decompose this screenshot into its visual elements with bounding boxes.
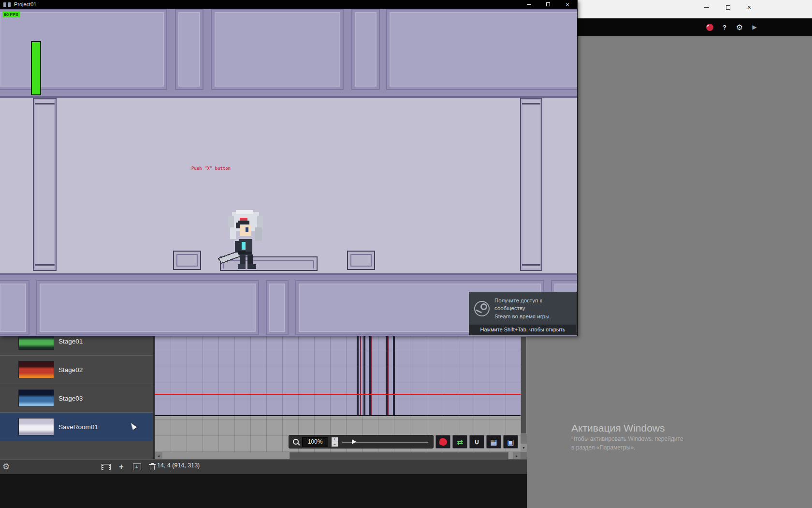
wall-panel bbox=[0, 9, 167, 90]
stage-label: Stage01 bbox=[58, 338, 83, 345]
game-window-controls: × bbox=[519, 0, 577, 9]
minimize-icon bbox=[704, 7, 709, 8]
grid-toggle-button[interactable]: ▦ bbox=[486, 435, 501, 448]
record-button[interactable] bbox=[705, 22, 714, 32]
stage-thumbnail bbox=[18, 389, 54, 407]
steam-notif-footer: Нажмите Shift+Tab, чтобы открыть bbox=[469, 325, 576, 335]
close-icon: × bbox=[747, 4, 751, 11]
game-titlebar[interactable]: Project01 × bbox=[0, 0, 577, 9]
zoom-decrease-button[interactable]: − bbox=[332, 442, 338, 447]
steam-notification-body: Получите доступ к сообществу Steam во вр… bbox=[469, 292, 576, 325]
crate-left bbox=[173, 251, 201, 270]
stage-row-stage01[interactable]: Stage01 bbox=[0, 336, 153, 356]
game-maximize-button[interactable] bbox=[538, 0, 558, 9]
stage-row-saveroom01[interactable]: SaveRoom01 bbox=[0, 413, 153, 441]
watermark-title: Активация Windows bbox=[571, 422, 683, 434]
steam-notif-line2: Steam во время игры. bbox=[494, 313, 571, 320]
game-window-title: Project01 bbox=[14, 1, 36, 7]
horizontal-scrollbar-thumb[interactable] bbox=[289, 452, 509, 460]
plus-icon: + bbox=[119, 463, 123, 471]
help-icon: ? bbox=[723, 24, 726, 31]
help-button[interactable]: ? bbox=[720, 22, 729, 32]
vertical-scrollbar[interactable]: ▼ bbox=[521, 336, 527, 452]
scroll-down-button[interactable]: ▼ bbox=[521, 444, 527, 452]
canvas-room-area bbox=[155, 336, 521, 415]
steam-notif-line1: Получите доступ к сообществу bbox=[494, 297, 571, 312]
game-window: Project01 × 60 FPS Push "X" button bbox=[0, 0, 578, 336]
horizontal-scrollbar[interactable]: ◄ ► bbox=[155, 452, 521, 460]
wall-panel bbox=[211, 9, 344, 90]
toolbar-icons: ? ⚙ ▶ bbox=[705, 22, 759, 32]
add-stage-button[interactable]: + bbox=[131, 461, 143, 473]
background-window-controls: × bbox=[702, 3, 754, 11]
stage-thumbnail bbox=[18, 418, 54, 435]
gear-icon: ⚙ bbox=[736, 23, 743, 32]
stage-list-panel: Stage01Stage02Stage03SaveRoom01 bbox=[0, 336, 153, 459]
crate-right bbox=[347, 251, 375, 270]
arrow-right-icon: ► bbox=[515, 454, 519, 458]
settings-button[interactable]: ⚙ bbox=[735, 22, 744, 32]
delete-stage-button[interactable] bbox=[146, 461, 158, 473]
add-item-button[interactable]: + bbox=[116, 461, 127, 473]
record-icon bbox=[706, 24, 713, 31]
scroll-left-button[interactable]: ◄ bbox=[155, 452, 162, 460]
trash-icon bbox=[148, 463, 157, 471]
status-bar: ⚙ + + 14, 4 (914, bbox=[0, 459, 527, 474]
physics-object-button[interactable] bbox=[435, 435, 450, 448]
add-box-icon: + bbox=[133, 463, 141, 470]
zoom-slider-handle[interactable] bbox=[352, 439, 356, 444]
maximize-icon bbox=[546, 2, 550, 6]
magnet-icon: ∪ bbox=[474, 438, 479, 445]
arrow-left-icon: ◄ bbox=[157, 454, 160, 458]
maximize-icon bbox=[726, 5, 730, 10]
tile-icon: ▣ bbox=[507, 438, 514, 446]
scrollbar-corner bbox=[521, 452, 527, 460]
stage-label: SaveRoom01 bbox=[58, 423, 98, 431]
stage-label: Stage02 bbox=[58, 366, 83, 374]
magnet-tool-button[interactable]: ∪ bbox=[469, 435, 484, 448]
zoom-value-field[interactable]: 100% bbox=[302, 437, 328, 447]
zoom-stepper: + − bbox=[332, 437, 338, 447]
animation-list-button[interactable] bbox=[100, 461, 112, 473]
screen: Stage01Stage02Stage03SaveRoom01 ▼ ◄ bbox=[0, 0, 812, 508]
stage-label: Stage03 bbox=[58, 395, 83, 402]
wall-panel bbox=[386, 9, 577, 90]
film-icon bbox=[102, 464, 111, 470]
wall-top bbox=[0, 9, 577, 98]
zoom-slider[interactable] bbox=[341, 435, 429, 448]
wall-panel bbox=[266, 280, 289, 335]
stage-row-stage02[interactable]: Stage02 bbox=[0, 356, 153, 384]
game-close-button[interactable]: × bbox=[558, 0, 577, 9]
stage-thumbnail bbox=[18, 336, 54, 350]
steam-notification-text: Получите доступ к сообществу Steam во вр… bbox=[494, 297, 571, 320]
zoom-toolbar: 100% + − bbox=[289, 435, 434, 448]
bg-maximize-button[interactable] bbox=[723, 3, 733, 11]
stage-row-stage03[interactable]: Stage03 bbox=[0, 384, 153, 413]
bg-close-button[interactable]: × bbox=[744, 3, 754, 11]
swap-icon: ⇄ bbox=[457, 438, 463, 446]
vertical-scrollbar-thumb[interactable] bbox=[521, 336, 527, 434]
tile-mode-button[interactable]: ▣ bbox=[503, 435, 518, 448]
game-minimize-button[interactable] bbox=[519, 0, 538, 9]
scroll-right-button[interactable]: ► bbox=[513, 452, 521, 460]
wall-panel bbox=[175, 9, 203, 90]
windows-activation-watermark: Активация Windows Чтобы активировать Win… bbox=[571, 422, 683, 451]
steam-notification: Получите доступ к сообществу Steam во вр… bbox=[469, 292, 577, 335]
close-icon: × bbox=[566, 1, 569, 8]
object-blob-icon bbox=[438, 437, 448, 446]
player-character bbox=[217, 208, 275, 278]
magnifier-icon bbox=[293, 439, 299, 445]
play-button[interactable]: ▶ bbox=[750, 22, 759, 32]
stage-thumbnail bbox=[18, 361, 54, 378]
bg-minimize-button[interactable] bbox=[702, 3, 711, 11]
watermark-subtitle: в раздел «Параметры». bbox=[571, 444, 683, 451]
wall-panel bbox=[36, 280, 259, 335]
editor-lower-area bbox=[0, 474, 527, 508]
settings-gear-icon[interactable]: ⚙ bbox=[2, 461, 10, 473]
swap-view-button[interactable]: ⇄ bbox=[452, 435, 467, 448]
cursor-coordinates: 14, 4 (914, 313) bbox=[157, 462, 200, 469]
arrow-down-icon: ▼ bbox=[522, 446, 525, 449]
canvas-tool-buttons: ⇄ ∪ ▦ ▣ bbox=[435, 435, 518, 448]
zoom-increase-button[interactable]: + bbox=[332, 437, 338, 442]
pillar-right bbox=[520, 98, 542, 271]
